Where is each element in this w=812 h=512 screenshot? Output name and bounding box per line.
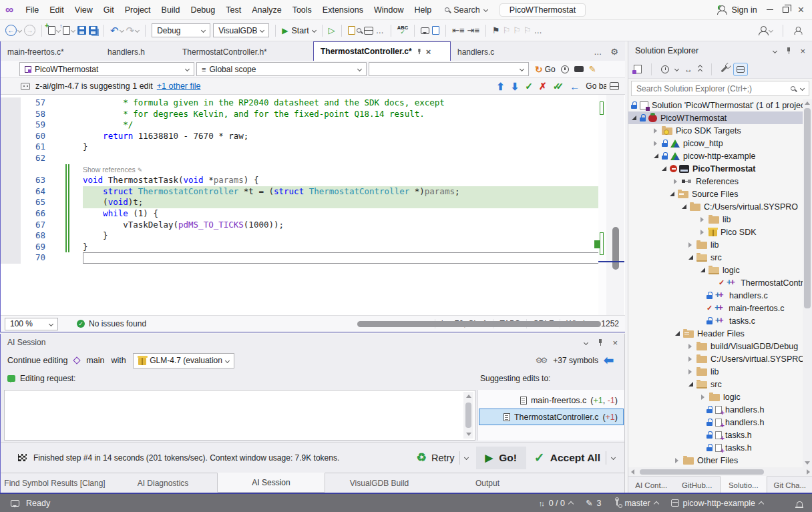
expander-icon[interactable] [699, 228, 706, 236]
document-tab[interactable]: ThermostatController.c*× [313, 41, 451, 61]
breakpoint-margin[interactable] [1, 252, 21, 264]
expander-icon[interactable] [687, 380, 694, 388]
tree-item[interactable]: ✓++main-freertos.c [628, 302, 803, 314]
find-in-files-button[interactable] [348, 26, 361, 35]
suggested-file-item[interactable]: ThermostatController.c(+1) [479, 409, 624, 425]
collapse-all-button[interactable] [698, 65, 702, 73]
accept-edit-button[interactable]: ✓ [525, 81, 533, 91]
tree-item[interactable]: Other Files [628, 454, 803, 467]
menu-edit[interactable]: Edit [44, 5, 69, 15]
tab-pin-icon[interactable] [417, 49, 421, 55]
breakpoint-margin[interactable] [1, 109, 21, 120]
clear-bookmarks-button[interactable]: ⚐ [524, 26, 532, 35]
document-tab[interactable]: handlers.h [101, 43, 176, 61]
other-file-link[interactable]: +1 other file [157, 81, 201, 91]
tree-item[interactable]: ++handlers.c [628, 289, 803, 302]
explorer-horizontal-scrollbar[interactable] [628, 467, 812, 476]
breakpoint-margin[interactable] [1, 220, 21, 231]
document-tab[interactable]: main-freertos.c* [1, 43, 101, 61]
panel-options-icon[interactable] [584, 340, 588, 344]
minimize-button[interactable] [767, 9, 773, 10]
breakpoint-margin[interactable] [1, 131, 21, 142]
panel-tab-ai-cont-[interactable]: AI Cont... [628, 477, 674, 494]
panel-tab-visualgdb-build[interactable]: VisualGDB Build [325, 473, 433, 493]
tree-item[interactable]: ✓++ThermostatController.c [628, 276, 803, 289]
tree-item[interactable]: References [628, 175, 803, 188]
tab-close-icon[interactable]: × [426, 47, 431, 56]
explorer-vertical-scrollbar[interactable] [803, 99, 812, 467]
expander-icon[interactable] [652, 127, 660, 134]
next-bookmark-button[interactable]: ⚐ [513, 26, 521, 35]
tree-item[interactable]: PicoThermostat [628, 162, 803, 175]
editing-request-input[interactable] [4, 390, 475, 441]
close-button[interactable]: × [798, 5, 804, 15]
tree-item[interactable]: tasks.h [628, 441, 803, 454]
properties-button[interactable] [721, 66, 728, 73]
expander-icon[interactable] [652, 152, 660, 160]
menu-git[interactable]: Git [98, 5, 120, 15]
editor-settings-icon[interactable]: ⚙ [610, 47, 618, 57]
format-document-button[interactable] [432, 26, 439, 35]
panel-tab-output[interactable]: Output [433, 473, 542, 493]
breakpoint-margin[interactable] [1, 230, 21, 242]
scrollbar-thumb[interactable] [612, 227, 619, 270]
solution-search-input[interactable]: Search Solution Explorer (Ctrl+;) [631, 81, 809, 96]
editor-horizontal-scrollbar[interactable] [357, 321, 601, 327]
repo-selector[interactable]: picow-http-example [667, 499, 767, 508]
navigate-forward-button[interactable]: → [24, 25, 35, 36]
expander-icon[interactable] [687, 368, 694, 375]
menu-debug[interactable]: Debug [185, 5, 220, 15]
stopwatch-icon[interactable] [561, 65, 569, 73]
notifications-bell-icon[interactable] [797, 501, 803, 507]
start-debugging-button[interactable]: ▶Start [282, 26, 316, 35]
expander-icon[interactable] [674, 457, 681, 464]
breakpoint-margin[interactable] [1, 186, 21, 198]
menu-file[interactable]: File [20, 5, 44, 15]
save-all-button[interactable] [89, 26, 97, 35]
edit-pencil-icon[interactable]: ✎ [589, 64, 596, 74]
menu-extensions[interactable]: Extensions [317, 5, 369, 15]
model-dropdown[interactable]: GLM-4.7 (evaluation) [133, 353, 234, 368]
panel-tab-git-cha-[interactable]: Git Cha... [767, 477, 812, 494]
zoom-dropdown[interactable]: 100 % [5, 318, 58, 330]
menu-test[interactable]: Test [220, 5, 246, 15]
live-share-button[interactable] [759, 26, 773, 35]
pending-edits[interactable]: ✎ 3 [582, 498, 605, 508]
sync-counter[interactable]: ↑↓ 0 / 0 [535, 499, 577, 508]
accept-all-edits-button[interactable]: ✓✓ [553, 81, 564, 91]
tree-item[interactable]: picow_http [628, 137, 803, 150]
explorer-options-icon[interactable] [773, 48, 777, 53]
code-editor[interactable]: 57 * formula given in the RP2040 datashe… [1, 95, 625, 315]
search-options-icon[interactable] [800, 86, 805, 91]
panel-tab-ai-diagnostics[interactable]: AI Diagnostics [109, 473, 217, 493]
document-tab[interactable]: ThermostatController.h* [176, 43, 313, 61]
tree-item[interactable]: handlers.h [628, 403, 803, 416]
tree-item[interactable]: lib [628, 365, 803, 378]
expander-icon[interactable] [660, 165, 668, 172]
close-panel-button[interactable]: × [612, 338, 618, 347]
panel-tab-find-symbol-results-clang-[interactable]: Find Symbol Results [Clang] [1, 473, 109, 493]
redo-button[interactable]: ↷ [126, 25, 140, 35]
expander-icon[interactable] [674, 330, 681, 337]
expander-icon[interactable] [700, 393, 707, 401]
pin-icon[interactable] [597, 339, 603, 346]
menu-view[interactable]: View [69, 5, 98, 15]
tree-item[interactable]: picow-http-example [628, 150, 803, 162]
explorer-close-button[interactable]: × [800, 47, 805, 55]
panel-tab-solutio-[interactable]: Solutio... [720, 476, 767, 494]
expander-icon[interactable] [687, 355, 694, 362]
restore-button[interactable] [783, 7, 789, 13]
tree-item[interactable]: C:/Users/virtual.SYSPRO [628, 200, 803, 213]
back-arrow-button[interactable]: ⬅︎ [604, 354, 614, 366]
tree-item[interactable]: Pico SDK Targets [628, 124, 803, 137]
menu-help[interactable]: Help [409, 5, 437, 15]
menu-build[interactable]: Build [156, 5, 186, 15]
request-scrollbar[interactable] [463, 392, 473, 439]
expander-icon[interactable] [699, 266, 706, 274]
undo-button[interactable]: ↶ [110, 25, 124, 35]
tree-item[interactable]: C:/Users/virtual.SYSPRO [628, 352, 803, 365]
panel-tab-ai-session[interactable]: AI Session [217, 473, 325, 493]
save-button[interactable] [77, 26, 86, 35]
toolbar-overflow-button[interactable]: … [376, 26, 385, 35]
comment-button[interactable] [421, 27, 429, 34]
